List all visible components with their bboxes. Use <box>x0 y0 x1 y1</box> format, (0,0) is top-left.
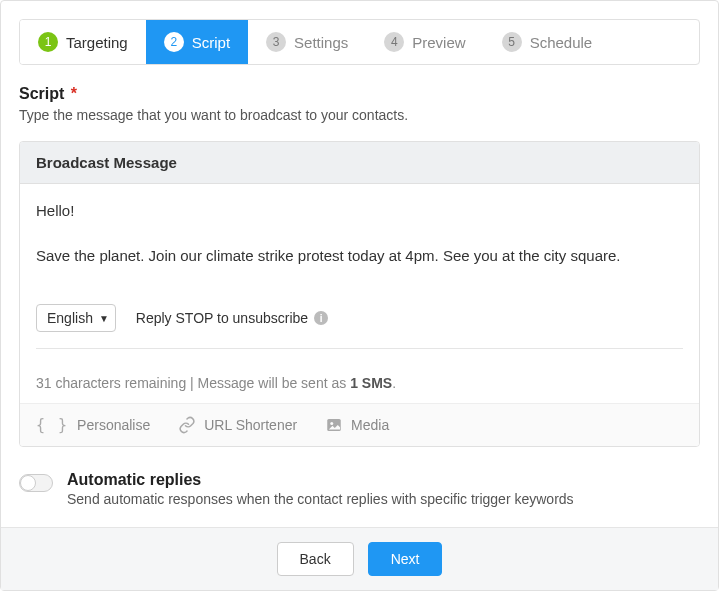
char-remaining-suffix: . <box>392 375 396 391</box>
tool-row: { } Personalise URL Shortener Media <box>20 403 699 446</box>
sms-count: 1 SMS <box>350 375 392 391</box>
content-wrap: 1 Targeting 2 Script 3 Settings 4 Previe… <box>1 1 718 527</box>
tab-label: Script <box>192 34 230 51</box>
wizard-footer: Back Next <box>1 527 718 590</box>
link-icon <box>178 416 196 434</box>
language-select-value: English <box>47 310 93 326</box>
info-icon[interactable]: i <box>314 311 328 325</box>
card-header: Broadcast Message <box>20 142 699 184</box>
automatic-replies-row: Automatic replies Send automatic respons… <box>19 471 700 527</box>
language-select[interactable]: English ▼ <box>36 304 116 332</box>
media-button[interactable]: Media <box>325 416 389 434</box>
personalise-button[interactable]: { } Personalise <box>36 416 150 434</box>
image-icon <box>325 416 343 434</box>
char-count-row: 31 characters remaining | Message will b… <box>20 375 699 403</box>
unsubscribe-text: Reply STOP to unsubscribe <box>136 310 308 326</box>
tab-number-badge: 4 <box>384 32 404 52</box>
tab-label: Settings <box>294 34 348 51</box>
tab-number-badge: 1 <box>38 32 58 52</box>
next-button[interactable]: Next <box>368 542 443 576</box>
section-title-text: Script <box>19 85 64 102</box>
svg-point-1 <box>330 422 333 425</box>
required-asterisk: * <box>71 85 77 102</box>
tab-schedule[interactable]: 5 Schedule <box>484 20 611 64</box>
char-remaining-text: 31 characters remaining | Message will b… <box>36 375 350 391</box>
braces-icon: { } <box>36 416 69 434</box>
section-subtitle: Type the message that you want to broadc… <box>19 107 700 123</box>
tool-label: Personalise <box>77 417 150 433</box>
tab-script[interactable]: 2 Script <box>146 20 248 64</box>
wizard-tabs: 1 Targeting 2 Script 3 Settings 4 Previe… <box>19 19 700 65</box>
tab-number-badge: 5 <box>502 32 522 52</box>
tool-label: URL Shortener <box>204 417 297 433</box>
unsubscribe-hint: Reply STOP to unsubscribe i <box>136 310 328 326</box>
toggle-knob <box>20 475 36 491</box>
automatic-replies-toggle[interactable] <box>19 474 53 492</box>
automatic-replies-title: Automatic replies <box>67 471 574 489</box>
message-textarea[interactable]: Hello! Save the planet. Join our climate… <box>36 200 683 280</box>
tab-number-badge: 3 <box>266 32 286 52</box>
tab-label: Preview <box>412 34 465 51</box>
broadcast-message-card: Broadcast Message Hello! Save the planet… <box>19 141 700 447</box>
divider <box>36 348 683 349</box>
section-title: Script * <box>19 85 700 103</box>
tab-label: Targeting <box>66 34 128 51</box>
tab-targeting[interactable]: 1 Targeting <box>20 20 146 64</box>
tab-preview[interactable]: 4 Preview <box>366 20 483 64</box>
chevron-down-icon: ▼ <box>99 313 109 324</box>
tab-number-badge: 2 <box>164 32 184 52</box>
tab-label: Schedule <box>530 34 593 51</box>
wizard-container: 1 Targeting 2 Script 3 Settings 4 Previe… <box>0 0 719 591</box>
automatic-replies-text: Automatic replies Send automatic respons… <box>67 471 574 507</box>
card-body: Hello! Save the planet. Join our climate… <box>20 184 699 375</box>
back-button[interactable]: Back <box>277 542 354 576</box>
tool-label: Media <box>351 417 389 433</box>
url-shortener-button[interactable]: URL Shortener <box>178 416 297 434</box>
tab-settings[interactable]: 3 Settings <box>248 20 366 64</box>
message-controls: English ▼ Reply STOP to unsubscribe i <box>36 304 683 332</box>
automatic-replies-desc: Send automatic responses when the contac… <box>67 491 574 507</box>
